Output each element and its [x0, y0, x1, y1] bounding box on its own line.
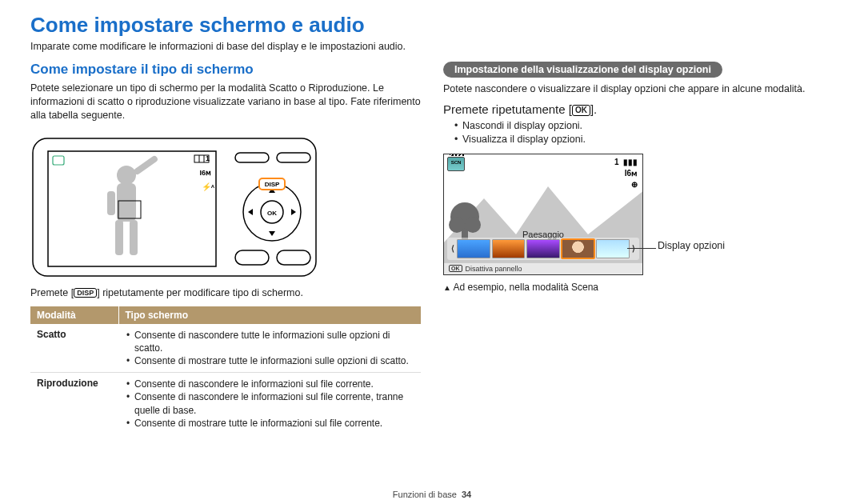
preview-footer: OK Disattiva pannello: [444, 262, 642, 274]
chevron-left-icon[interactable]: ⟨: [450, 244, 455, 253]
right-paragraph: Potete nascondere o visualizzare il disp…: [443, 82, 834, 96]
screen-type-table: Modalità Tipo schermo Scatto Consente di…: [30, 306, 421, 434]
ok-chip-icon: OK: [572, 105, 590, 116]
callout-line: [627, 248, 656, 249]
disp-chip-icon: DISP: [74, 288, 97, 298]
section-pill: Impostazione della visualizzazione del d…: [443, 62, 722, 78]
page-footer: Funzioni di base34: [0, 490, 864, 499]
example-caption: ▲ Ad esempio, nella modalità Scena: [443, 282, 834, 293]
svg-rect-4: [115, 220, 123, 255]
svg-point-2: [117, 166, 136, 185]
col-type: Tipo schermo: [118, 306, 421, 324]
ok-badge-icon: OK: [449, 265, 462, 272]
preview-osd-text: 1 ▮▮▮ I6ᴍ ⊕: [614, 157, 638, 190]
triangle-up-icon: ▲: [443, 283, 451, 292]
col-mode: Modalità: [30, 306, 118, 324]
action-line: Premete ripetutamente [OK].: [443, 102, 834, 116]
svg-text:DISP: DISP: [265, 181, 280, 188]
callout-label: Display opzioni: [658, 240, 725, 251]
left-column: Come impostare il tipo di schermo Potete…: [30, 62, 421, 434]
svg-rect-17: [235, 153, 269, 162]
svg-rect-3: [117, 183, 136, 222]
intro-text: Imparate come modificare le informazioni…: [30, 41, 834, 52]
page-title: Come impostare schermo e audio: [30, 13, 834, 38]
right-column: Impostazione della visualizzazione del d…: [443, 62, 834, 434]
svg-text:A: A: [211, 184, 215, 189]
left-heading: Come impostare il tipo di schermo: [30, 62, 421, 78]
svg-rect-5: [130, 220, 138, 255]
scene-thumb[interactable]: [596, 239, 630, 258]
svg-text:OK: OK: [267, 210, 277, 217]
svg-text:I6ᴍ: I6ᴍ: [199, 169, 211, 177]
display-options-strip[interactable]: ⟨ ⟩: [447, 238, 639, 260]
scene-thumb[interactable]: [492, 239, 526, 258]
scene-thumb-active[interactable]: [562, 239, 595, 258]
camera-illustration: 1 I6ᴍ ⚡ A DISP OK: [30, 129, 421, 281]
display-preview: SCN 1 ▮▮▮ I6ᴍ ⊕ Paesaggio ⟨: [443, 154, 643, 275]
table-row: Riproduzione Consente di nascondere le i…: [30, 373, 421, 434]
action-bullets: Nascondi il display opzioni. Visualizza …: [443, 119, 834, 147]
scn-badge-icon: SCN: [447, 157, 465, 171]
table-row: Scatto Consente di nascondere tutte le i…: [30, 324, 421, 373]
chevron-right-icon[interactable]: ⟩: [631, 244, 636, 253]
svg-rect-28: [235, 250, 269, 265]
left-paragraph: Potete selezionare un tipo di schermo pe…: [30, 82, 421, 122]
scene-thumb[interactable]: [526, 239, 560, 258]
svg-rect-7: [107, 191, 115, 215]
scene-thumb[interactable]: [457, 239, 490, 258]
svg-rect-29: [277, 250, 310, 265]
camera-caption: Premete [DISP] ripetutamente per modific…: [30, 287, 421, 298]
svg-rect-18: [277, 153, 310, 162]
